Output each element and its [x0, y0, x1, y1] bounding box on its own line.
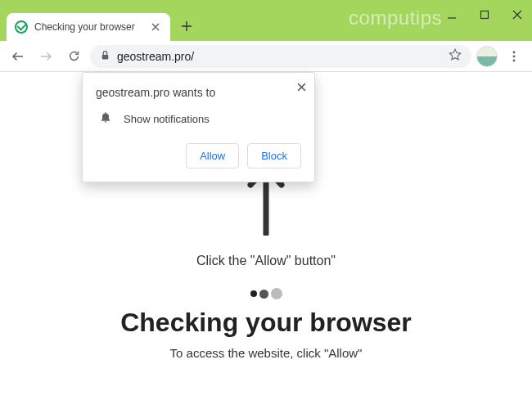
- block-button[interactable]: Block: [247, 143, 301, 169]
- checkmark-favicon-icon: [15, 20, 28, 34]
- address-bar[interactable]: geostream.pro/: [90, 45, 471, 68]
- browser-titlebar: Checking your browser computips: [0, 0, 532, 41]
- forward-button[interactable]: [34, 45, 57, 68]
- close-icon: [297, 83, 306, 92]
- spinner-dot-icon: [250, 290, 257, 297]
- watermark-text: computips: [349, 7, 442, 29]
- reload-icon: [67, 49, 81, 63]
- instruction-text-1: Click the "Allow" button": [196, 254, 336, 268]
- notification-permission-dialog: geostream.pro wants to Show notification…: [82, 72, 315, 182]
- dialog-title: geostream.pro wants to: [96, 86, 301, 99]
- dialog-close-button[interactable]: [297, 81, 306, 94]
- close-icon: [151, 23, 160, 31]
- page-content: geostream.pro wants to Show notification…: [0, 72, 532, 409]
- url-text: geostream.pro/: [117, 50, 442, 63]
- minimize-button[interactable]: [440, 3, 463, 26]
- arrow-left-icon: [11, 49, 25, 64]
- svg-rect-1: [102, 54, 109, 58]
- dialog-buttons: Allow Block: [96, 143, 301, 169]
- close-icon: [512, 10, 522, 20]
- spinner-dot-icon: [259, 290, 268, 299]
- window-close-button[interactable]: [506, 3, 529, 26]
- maximize-icon: [480, 10, 489, 20]
- star-icon: [449, 48, 462, 61]
- svg-point-2: [513, 51, 516, 53]
- profile-avatar[interactable]: [476, 46, 498, 67]
- bell-icon: [99, 110, 112, 127]
- loading-spinner: [250, 288, 282, 299]
- new-tab-button[interactable]: [175, 15, 198, 38]
- reload-button[interactable]: [62, 45, 85, 68]
- permission-row: Show notifications: [96, 110, 301, 127]
- plus-icon: [181, 20, 192, 32]
- browser-toolbar: geostream.pro/: [0, 41, 532, 72]
- spinner-dot-icon: [271, 288, 282, 299]
- tab-close-button[interactable]: [149, 20, 162, 34]
- svg-point-3: [513, 55, 516, 57]
- lock-icon: [100, 49, 110, 64]
- browser-menu-button[interactable]: [503, 45, 525, 68]
- browser-tab[interactable]: Checking your browser: [7, 13, 170, 41]
- maximize-button[interactable]: [473, 3, 496, 26]
- svg-rect-0: [481, 11, 489, 19]
- kebab-menu-icon: [507, 50, 521, 63]
- allow-button[interactable]: Allow: [186, 143, 239, 169]
- bookmark-button[interactable]: [449, 48, 462, 65]
- window-controls: [440, 3, 529, 26]
- instruction-text-2: To access the website, click "Allow": [170, 346, 363, 360]
- arrow-right-icon: [38, 49, 53, 64]
- permission-label: Show notifications: [124, 113, 210, 125]
- svg-point-4: [513, 59, 516, 61]
- minimize-icon: [447, 10, 457, 20]
- tab-title: Checking your browser: [34, 21, 149, 33]
- page-heading: Checking your browser: [120, 308, 412, 338]
- back-button[interactable]: [7, 45, 29, 68]
